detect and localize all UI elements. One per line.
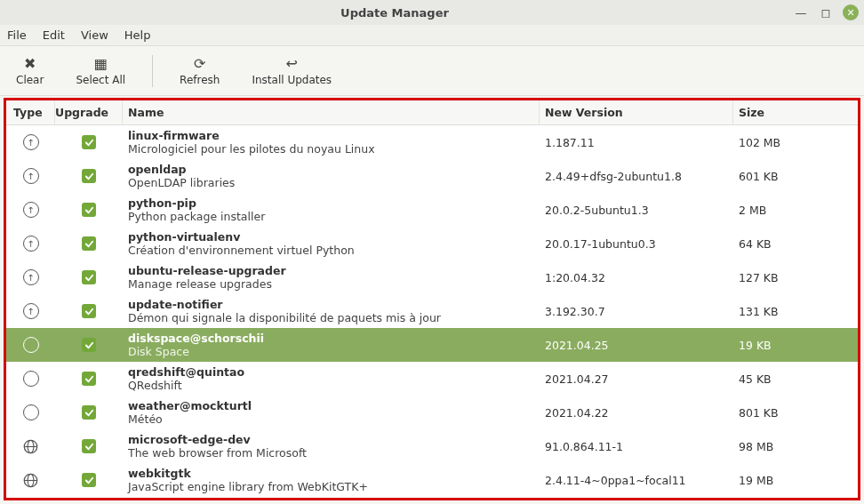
checkbox-checked[interactable] [82,236,96,251]
install-label: Install Updates [252,74,332,86]
size-cell: 64 KB [733,237,858,251]
size-cell: 19 MB [733,474,858,487]
size-cell: 102 MB [733,136,858,149]
menubar: File Edit View Help [0,25,864,46]
table-row[interactable]: weather@mockturtlMétéo2021.04.22801 KB [6,396,858,429]
type-cell [6,337,55,353]
applet-icon [23,371,39,387]
close-button[interactable]: ✕ [843,4,859,20]
checkbox-checked[interactable] [82,439,96,453]
table-body: ↑linux-firmwareMicrologiciel pour les pi… [6,125,858,497]
package-name: weather@mockturtl [128,399,540,412]
checkbox-checked[interactable] [82,270,96,284]
upgrade-cell [55,203,123,217]
package-name: qredshift@quintao [128,365,540,379]
version-cell: 2021.04.25 [540,339,733,352]
menu-help[interactable]: Help [124,28,151,42]
minimize-button[interactable]: — [793,4,809,20]
type-cell [6,438,55,454]
package-name: microsoft-edge-dev [128,433,540,446]
name-cell: update-notifierDémon qui signale la disp… [123,298,540,324]
package-desc: Création d'environnement virtuel Python [128,244,540,257]
package-desc: Micrologiciel pour les pilotes du noyau … [128,142,540,156]
refresh-button[interactable]: ⟳ Refresh [174,52,225,90]
col-upgrade[interactable]: Upgrade [55,100,123,124]
package-name: webkitgtk [128,467,540,480]
name-cell: python-pipPython package installer [123,196,540,223]
package-desc: Disk Space [128,345,540,358]
type-cell: ↑ [6,303,55,319]
upgrade-cell [55,372,123,386]
up-arrow-icon: ↑ [23,134,39,150]
install-updates-button[interactable]: ↩ Install Updates [246,52,337,90]
type-cell: ↑ [6,168,55,184]
checkbox-checked[interactable] [82,338,96,352]
version-cell: 2021.04.27 [540,372,733,386]
col-version[interactable]: New Version [540,100,733,124]
name-cell: weather@mockturtlMétéo [123,399,540,426]
table-row[interactable]: ↑update-notifierDémon qui signale la dis… [6,294,858,328]
package-desc: OpenLDAP libraries [128,176,540,189]
up-arrow-icon: ↑ [23,303,39,319]
menu-view[interactable]: View [81,28,108,42]
applet-icon [23,404,39,420]
package-name: update-notifier [128,298,540,311]
up-arrow-icon: ↑ [23,236,39,252]
toolbar-separator [152,55,153,87]
checkbox-checked[interactable] [82,135,96,149]
table-header: Type Upgrade Name New Version Size [6,100,858,125]
up-arrow-icon: ↑ [23,269,39,285]
name-cell: qredshift@quintaoQRedshift [123,365,540,392]
clear-button[interactable]: ✖ Clear [11,52,49,90]
table-row[interactable]: ↑python-virtualenvCréation d'environneme… [6,227,858,260]
size-cell: 19 KB [733,339,858,352]
checkbox-checked[interactable] [82,304,96,318]
name-cell: ubuntu-release-upgraderManage release up… [123,264,540,291]
maximize-button[interactable]: ◻ [818,4,834,20]
upgrade-cell [55,338,123,352]
titlebar: Update Manager — ◻ ✕ [0,0,864,25]
checkbox-checked[interactable] [82,372,96,386]
package-desc: The web browser from Microsoft [128,446,540,460]
checkbox-checked[interactable] [82,405,96,420]
menu-edit[interactable]: Edit [43,28,65,42]
table-row[interactable]: microsoft-edge-devThe web browser from M… [6,429,858,463]
checkbox-checked[interactable] [82,473,96,487]
updates-table: Type Upgrade Name New Version Size ↑linu… [4,98,860,500]
package-desc: Météo [128,412,540,426]
col-size[interactable]: Size [733,100,858,124]
applet-icon [23,337,39,353]
upgrade-cell [55,304,123,318]
table-row[interactable]: qredshift@quintaoQRedshift2021.04.2745 K… [6,362,858,396]
table-row[interactable]: diskspace@schorschiiDisk Space2021.04.25… [6,328,858,362]
package-desc: Python package installer [128,210,540,223]
table-row[interactable]: ↑linux-firmwareMicrologiciel pour les pi… [6,125,858,159]
type-cell: ↑ [6,236,55,252]
col-type[interactable]: Type [6,100,55,124]
select-all-button[interactable]: ▦ Select All [70,52,131,90]
version-cell: 1:20.04.32 [540,271,733,284]
table-row[interactable]: webkitgtkJavaScript engine library from … [6,463,858,497]
table-row[interactable]: ↑python-pipPython package installer20.0.… [6,193,858,227]
menu-file[interactable]: File [7,28,27,42]
size-cell: 98 MB [733,440,858,453]
toolbar: ✖ Clear ▦ Select All ⟳ Refresh ↩ Install… [0,46,864,96]
type-cell [6,404,55,420]
table-row[interactable]: ↑openldapOpenLDAP libraries2.4.49+dfsg-2… [6,159,858,193]
size-cell: 45 KB [733,372,858,386]
version-cell: 1.187.11 [540,136,733,149]
clear-label: Clear [16,74,44,86]
globe-icon [23,472,39,488]
checkbox-checked[interactable] [82,169,96,183]
upgrade-cell [55,135,123,149]
col-name[interactable]: Name [123,100,540,124]
package-name: diskspace@schorschii [128,332,540,345]
name-cell: openldapOpenLDAP libraries [123,163,540,189]
version-cell: 20.0.17-1ubuntu0.3 [540,237,733,251]
version-cell: 3.192.30.7 [540,305,733,318]
table-row[interactable]: ↑ubuntu-release-upgraderManage release u… [6,260,858,294]
package-desc: JavaScript engine library from WebKitGTK… [128,480,540,493]
checkbox-checked[interactable] [82,203,96,217]
name-cell: microsoft-edge-devThe web browser from M… [123,433,540,460]
version-cell: 2.4.11-4~0ppa1~focal11 [540,474,733,487]
